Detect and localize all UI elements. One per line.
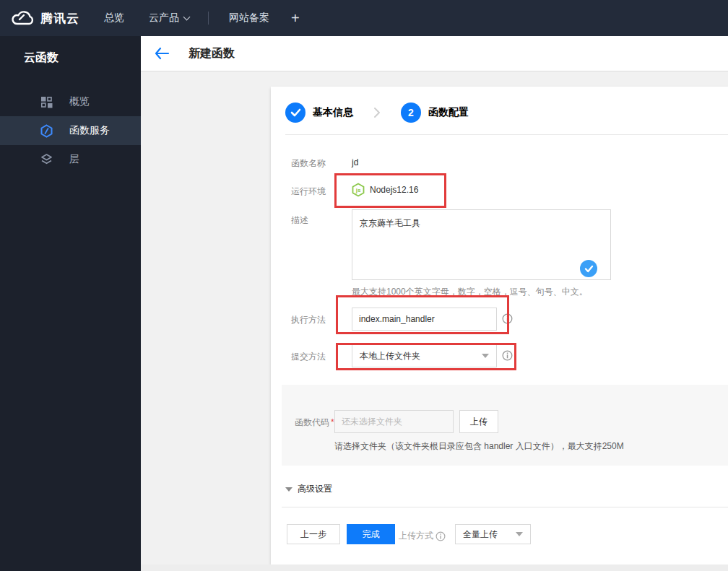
step1-done-circle	[285, 103, 306, 123]
grid-icon	[40, 95, 53, 109]
sidebar-menu: 概览 函数服务 层	[0, 87, 141, 174]
add-tab-button[interactable]: +	[291, 10, 300, 27]
finish-button[interactable]: 完成	[347, 524, 395, 544]
step1-label: 基本信息	[313, 106, 353, 119]
submit-method-select[interactable]: 本地上传文件夹	[352, 344, 497, 367]
submit-method-value: 本地上传文件夹	[360, 350, 420, 362]
svg-text:js: js	[355, 187, 361, 193]
description-label: 描述	[291, 214, 308, 227]
sidebar-item-overview[interactable]: 概览	[0, 87, 141, 116]
brand-name: 腾讯云	[40, 10, 79, 27]
page-header: 新建函数	[141, 36, 728, 71]
function-name-value: jd	[352, 157, 358, 167]
create-function-card: 基本信息 2 函数配置 函数名称 jd 运行环境 js Nodejs12.16 …	[271, 87, 728, 565]
runtime-value-row: js Nodejs12.16	[352, 183, 418, 197]
step2-number-circle: 2	[401, 103, 421, 123]
cloud-logo-icon	[10, 9, 35, 27]
layers-icon	[40, 153, 53, 167]
footer-divider	[282, 507, 728, 507]
triangle-down-icon	[285, 487, 292, 492]
tencent-cloud-logo[interactable]: 腾讯云	[10, 9, 79, 27]
upload-mode-select[interactable]: 全量上传	[455, 524, 531, 544]
step2-label: 函数配置	[428, 106, 469, 119]
advanced-settings-label: 高级设置	[298, 483, 332, 495]
sidebar-item-label: 概览	[69, 95, 90, 108]
description-hint: 最大支持1000个英文字母，数字，空格，逗号、句号、中文。	[352, 286, 588, 298]
sidebar-item-label: 函数服务	[69, 124, 110, 137]
chevron-right-icon	[373, 107, 381, 118]
upload-mode-label: 上传方式	[399, 530, 446, 542]
step-indicator: 基本信息 2 函数配置	[285, 103, 469, 123]
sidebar-item-function-service[interactable]: 函数服务	[0, 116, 141, 145]
upload-mode-info-icon[interactable]	[436, 531, 446, 541]
topnav-overview[interactable]: 总览	[104, 12, 124, 25]
check-icon	[290, 108, 301, 117]
submit-method-label: 提交方法	[291, 351, 326, 363]
sidebar-title: 云函数	[0, 36, 141, 66]
code-hint: 请选择文件夹（该文件夹根目录应包含 handler 入口文件），最大支持250M	[334, 440, 624, 453]
nodejs-icon: js	[352, 183, 365, 197]
sidebar-item-label: 层	[69, 153, 79, 166]
handler-info-icon[interactable]	[502, 313, 513, 324]
topnav-icp-filing[interactable]: 网站备案	[229, 12, 269, 25]
required-asterisk: *	[331, 417, 334, 427]
topbar: 腾讯云 总览 云产品 网站备案 +	[0, 0, 728, 36]
runtime-value: Nodejs12.16	[370, 185, 418, 195]
upload-mode-value: 全量上传	[463, 528, 498, 541]
function-name-label: 函数名称	[291, 157, 326, 170]
page-title: 新建函数	[188, 46, 235, 61]
function-code-label: 函数代码*	[295, 417, 334, 429]
caret-down-icon	[516, 532, 523, 536]
chevron-down-icon	[183, 13, 191, 20]
page-bottom-strip	[141, 565, 728, 571]
handler-input[interactable]	[352, 308, 497, 331]
valid-check-icon	[580, 260, 597, 277]
topnav-cloud-products[interactable]: 云产品	[149, 12, 189, 25]
arrow-left-icon	[154, 47, 170, 60]
sidebar: 云函数 概览 函数服务	[0, 36, 141, 571]
folder-path-input[interactable]	[334, 410, 454, 433]
submit-method-info-icon[interactable]	[502, 350, 513, 361]
advanced-settings-toggle[interactable]: 高级设置	[285, 483, 332, 495]
handler-label: 执行方法	[291, 314, 326, 326]
description-textarea[interactable]: 京东薅羊毛工具	[352, 209, 611, 280]
previous-step-button[interactable]: 上一步	[287, 524, 340, 544]
steps-divider	[285, 134, 728, 135]
caret-down-icon	[482, 354, 489, 358]
function-hexagon-icon	[40, 124, 53, 138]
topnav-divider	[208, 12, 209, 25]
sidebar-item-layers[interactable]: 层	[0, 145, 141, 174]
back-button[interactable]	[154, 47, 170, 60]
runtime-label: 运行环境	[291, 186, 326, 198]
upload-button[interactable]: 上传	[459, 410, 498, 433]
